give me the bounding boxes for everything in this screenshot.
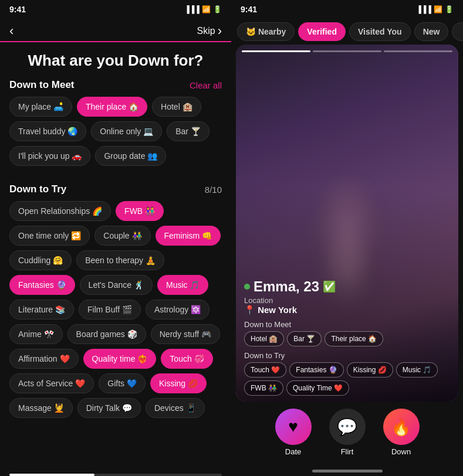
meet-tag[interactable]: I'll pick you up 🚗: [9, 146, 90, 166]
try-tag[interactable]: Gifts 💙: [99, 373, 146, 393]
action-bar: ♥Date💬Flirt🔥Down: [231, 402, 463, 465]
try-tag[interactable]: Devices 📱: [146, 398, 205, 418]
home-indicator: [231, 465, 463, 476]
filter-tab-Verified[interactable]: Verified: [298, 22, 346, 41]
meet-tag[interactable]: Group date 👥: [95, 146, 166, 166]
try-tag[interactable]: Nerdy stuff 🎮: [151, 324, 220, 344]
try-tag[interactable]: Quality time ❤️‍🔥: [83, 349, 157, 369]
try-count: 8/10: [205, 185, 222, 195]
down-icon: 🔥: [383, 409, 420, 445]
meet-tag[interactable]: Their place 🏠: [77, 97, 147, 117]
clear-all-button[interactable]: Clear all: [190, 80, 222, 90]
card-meet-tag: Hotel 🏨: [244, 331, 284, 346]
skip-nav[interactable]: Skip ›: [197, 23, 222, 39]
flirt-button[interactable]: 💬Flirt: [329, 409, 366, 456]
flirt-icon: 💬: [329, 409, 366, 445]
filter-tab-location[interactable]: 📍: [452, 22, 463, 41]
skip-label: Skip: [197, 26, 215, 36]
date-button[interactable]: ♥Date: [275, 409, 312, 456]
time-left: 9:41: [9, 5, 26, 14]
try-tag[interactable]: Music 🎵: [157, 275, 208, 295]
try-tag[interactable]: Literature 📚: [9, 300, 74, 319]
try-tag[interactable]: Kissing 💋: [150, 373, 207, 393]
status-bar-left: 9:41 ▐▐▐ 📶 🔋: [0, 0, 231, 19]
card-name: Emma, 23 ✅: [244, 278, 450, 295]
card-try-label: Down to Try: [244, 351, 450, 360]
try-tag[interactable]: Affirmation ❤️: [9, 349, 79, 369]
card-try-tag: Kissing 💋: [347, 362, 393, 378]
status-icons-right: ▐▐▐ 📶 🔋: [416, 5, 454, 13]
scroll-indicator-bar: [9, 474, 94, 476]
wifi-icon: 📶: [202, 5, 211, 13]
profile-card[interactable]: Emma, 23 ✅ Location 📍 New York Down to M…: [236, 45, 458, 402]
down-button[interactable]: 🔥Down: [383, 409, 420, 456]
signal-icon-right: ▐▐▐: [416, 5, 431, 13]
card-try-tag: Touch ❤️: [244, 362, 286, 378]
try-tag[interactable]: Open Relationships 🌈: [9, 201, 111, 221]
card-meet-tags: Hotel 🏨Bar 🍸Their place 🏠: [244, 331, 450, 346]
status-icons-left: ▐▐▐ 📶 🔋: [184, 5, 222, 13]
progress-bar-1: [313, 50, 381, 52]
try-tag[interactable]: Board games 🎲: [67, 324, 146, 344]
back-button[interactable]: ‹: [9, 23, 13, 39]
down-label: Down: [391, 447, 411, 456]
nav-bar: ‹ Skip ›: [0, 19, 231, 42]
try-tag[interactable]: Let's Dance 🕺: [80, 275, 153, 295]
scroll-content: Down to Meet Clear all My place 🛋️Their …: [0, 79, 231, 469]
battery-icon: 🔋: [213, 5, 222, 13]
try-tag[interactable]: FWB 👫: [116, 201, 164, 221]
battery-icon-right: 🔋: [445, 5, 454, 13]
meet-tag[interactable]: Online only 💻: [91, 121, 162, 141]
try-tag[interactable]: Anime 🎌: [9, 324, 63, 344]
card-location-label: Location: [244, 296, 450, 305]
date-icon: ♥: [275, 409, 312, 445]
card-location: 📍 New York: [244, 305, 450, 315]
card-info: Emma, 23 ✅ Location 📍 New York Down to M…: [236, 271, 458, 402]
verified-badge: ✅: [323, 280, 336, 293]
card-try-tag: Quality Time ❤️: [286, 380, 349, 396]
card-try-tags: Touch ❤️Fantasies 🔮Kissing 💋Music 🎵FWB 👫…: [244, 362, 450, 396]
try-section-title: Down to Try: [9, 183, 66, 195]
meet-tag[interactable]: Bar 🍸: [167, 121, 209, 141]
try-tag[interactable]: Acts of Service ❤️: [9, 373, 94, 393]
meet-tag[interactable]: Travel buddy 🌏: [9, 121, 86, 141]
signal-icon: ▐▐▐: [184, 5, 200, 13]
try-tag[interactable]: Cuddling 🤗: [9, 250, 72, 270]
status-bar-right: 9:41 ▐▐▐ 📶 🔋: [231, 0, 463, 19]
try-tag[interactable]: Couple 👫: [94, 226, 150, 246]
page-title: What are you Down for?: [0, 45, 231, 79]
try-tag[interactable]: Film Buff 🎬: [79, 300, 141, 319]
wifi-icon-right: 📶: [434, 5, 442, 13]
meet-tag[interactable]: My place 🛋️: [9, 97, 72, 117]
card-name-text: Emma, 23: [254, 278, 319, 295]
filter-tab-Visited You[interactable]: Visited You: [349, 22, 411, 41]
filter-tabs: 🐱 NearbyVerifiedVisited YouNew📍: [231, 19, 463, 45]
try-section-header: Down to Try 8/10: [9, 183, 222, 195]
card-meet-tag: Their place 🏠: [325, 331, 383, 346]
online-dot: [244, 284, 250, 290]
try-tag[interactable]: Massage 💆: [9, 398, 73, 418]
left-panel: 9:41 ▐▐▐ 📶 🔋 ‹ Skip › What are you Down …: [0, 0, 231, 476]
try-tag[interactable]: Touch 💞: [161, 349, 212, 369]
meet-tags-row: My place 🛋️Their place 🏠Hotel 🏨Travel bu…: [9, 97, 222, 166]
home-bar: [312, 470, 383, 472]
flirt-label: Flirt: [341, 447, 354, 456]
try-tags-row: Open Relationships 🌈FWB 👫One time only 🔁…: [9, 201, 222, 418]
try-tag[interactable]: Dirty Talk 💬: [77, 398, 141, 418]
meet-tag[interactable]: Hotel 🏨: [152, 97, 201, 117]
meet-section-title: Down to Meet: [9, 79, 75, 91]
try-tag[interactable]: Feminism 👊: [156, 226, 221, 246]
card-meet-label: Down to Meet: [244, 320, 450, 329]
try-tag[interactable]: Fantasies 🔮: [9, 275, 75, 295]
filter-tab-Nearby[interactable]: 🐱 Nearby: [237, 22, 295, 41]
meet-section-header: Down to Meet Clear all: [9, 79, 222, 91]
filter-tab-New[interactable]: New: [414, 22, 449, 41]
try-tag[interactable]: Been to therapy 🧘: [76, 250, 164, 270]
card-try-tag: Fantasies 🔮: [289, 362, 343, 378]
section-divider-1: [9, 172, 222, 178]
try-tag[interactable]: Astrology 🔯: [146, 300, 209, 319]
right-panel: 9:41 ▐▐▐ 📶 🔋 🐱 NearbyVerifiedVisited You…: [231, 0, 463, 476]
progress-bar-0: [242, 50, 310, 52]
try-tag[interactable]: One time only 🔁: [9, 226, 90, 246]
skip-arrow: ›: [218, 23, 222, 39]
